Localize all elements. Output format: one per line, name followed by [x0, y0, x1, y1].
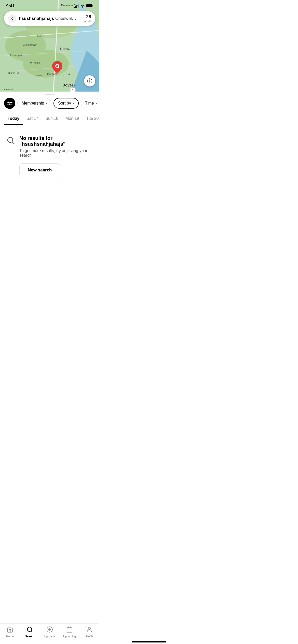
svg-text:Kennedyville: Kennedyville: [10, 54, 23, 56]
sort-by-chevron: ▾: [73, 101, 74, 105]
compass-button[interactable]: [84, 75, 95, 86]
membership-filter[interactable]: Membership ▾: [17, 98, 51, 108]
credits-number: 28: [83, 14, 91, 20]
content-area: No results for "hsushsnahjahajs" To get …: [0, 125, 99, 227]
membership-chevron: ▾: [46, 101, 47, 105]
svg-text:Church Hill: Church Hill: [8, 72, 19, 74]
no-results-text: No results for "hsushsnahjahajs" To get …: [19, 135, 93, 158]
time-filter[interactable]: Time ▾: [81, 98, 99, 108]
credits-label: credits: [83, 20, 91, 23]
battery-icon: [86, 4, 93, 8]
search-query-display: hsushsnahjahajs Cheswold, DE,...: [19, 16, 77, 21]
no-results-subtitle: To get more results, try adjusting your …: [19, 149, 93, 158]
map-area: Delaware City Alloway Middletown Chester…: [0, 0, 99, 92]
no-results-title: No results for "hsushsnahjahajs": [19, 135, 93, 147]
search-bar[interactable]: hsushsnahjahajs Cheswold, DE,... 28 cred…: [4, 11, 95, 26]
new-search-button[interactable]: New search: [19, 163, 60, 177]
no-results-search-icon: [6, 136, 15, 145]
status-bar: 9:41: [0, 0, 99, 10]
time-label: Time: [85, 101, 94, 106]
svg-point-29: [82, 7, 83, 7]
date-row: Today Sat 17 Sun 18 Mon 19 Tue 20 We...: [0, 112, 99, 125]
svg-text:Chestertown: Chestertown: [23, 43, 37, 46]
no-results-section: No results for "hsushsnahjahajs" To get …: [6, 135, 93, 158]
date-tab-tue20[interactable]: Tue 20: [83, 112, 99, 125]
status-icons: [74, 4, 93, 8]
svg-text:Dover: Dover: [62, 83, 73, 87]
date-tab-sun18[interactable]: Sun 18: [42, 112, 62, 125]
filters-row: Membership ▾ Sort by ▾ Time ▾: [0, 95, 99, 112]
svg-rect-30: [86, 4, 92, 7]
date-tab-mon19[interactable]: Mon 19: [62, 112, 83, 125]
svg-text:Smyrna: Smyrna: [60, 47, 70, 50]
wifi-icon: [80, 4, 85, 8]
filter-options-button[interactable]: [4, 98, 15, 109]
svg-rect-31: [92, 5, 93, 7]
svg-text:Cheswold, DE, USA: Cheswold, DE, USA: [47, 73, 70, 76]
svg-marker-34: [89, 81, 90, 83]
svg-text:Millington: Millington: [30, 62, 40, 64]
svg-marker-33: [89, 79, 90, 81]
svg-line-44: [12, 142, 14, 144]
search-location-text: Cheswold, DE,...: [55, 16, 77, 21]
membership-label: Membership: [22, 101, 44, 106]
svg-text:Galena: Galena: [37, 35, 44, 37]
time-chevron: ▾: [96, 101, 97, 105]
search-query-text: hsushsnahjahajs: [19, 16, 54, 21]
svg-point-23: [74, 85, 75, 86]
back-button[interactable]: [8, 14, 16, 23]
divider: [80, 16, 80, 22]
date-tab-sat17[interactable]: Sat 17: [23, 112, 42, 125]
svg-text:Hartly: Hartly: [36, 74, 42, 77]
sort-by-label: Sort by: [58, 101, 71, 106]
signal-icon: [74, 4, 78, 8]
date-tab-today[interactable]: Today: [4, 112, 23, 125]
credits-display: 28 credits: [83, 14, 91, 23]
status-time: 9:41: [6, 4, 15, 9]
svg-text:1: 1: [72, 89, 74, 92]
svg-point-21: [56, 65, 58, 67]
svg-text:Centreville: Centreville: [3, 88, 13, 91]
sort-by-filter[interactable]: Sort by ▾: [53, 98, 79, 109]
